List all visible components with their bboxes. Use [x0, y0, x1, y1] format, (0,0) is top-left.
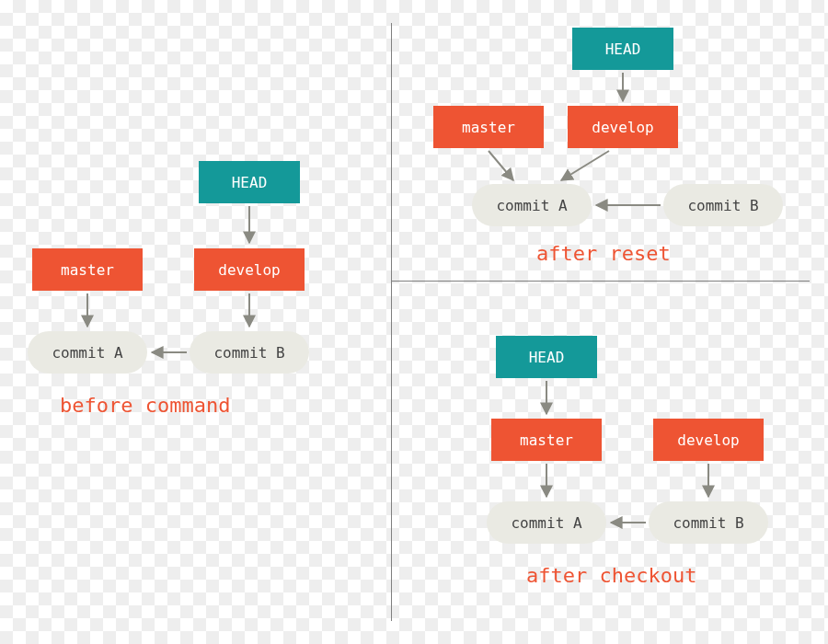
checkout-commit-a: commit A [487, 501, 606, 544]
before-commit-b-label: commit B [213, 344, 284, 362]
arrow-layer [0, 0, 828, 644]
vertical-divider [391, 23, 392, 621]
before-develop-box: develop [194, 248, 305, 291]
diagram-stage: HEAD master develop commit A commit B be… [0, 0, 828, 644]
checkout-master-label: master [520, 431, 573, 449]
reset-master-box: master [433, 106, 544, 148]
before-master-box: master [32, 248, 143, 291]
reset-head-label: HEAD [605, 40, 641, 58]
checkout-head-box: HEAD [496, 336, 597, 378]
checkout-commit-b: commit B [649, 501, 768, 544]
checkout-develop-box: develop [653, 419, 764, 461]
before-head-box: HEAD [199, 161, 300, 203]
before-commit-a: commit A [28, 331, 147, 374]
reset-commit-a: commit A [472, 184, 592, 226]
reset-commit-b: commit B [663, 184, 783, 226]
reset-master-label: master [462, 119, 515, 136]
before-commit-b: commit B [190, 331, 309, 374]
reset-arrow-master-commit-a [489, 151, 513, 180]
before-caption: before command [60, 394, 230, 417]
reset-arrow-develop-commit-a [561, 151, 609, 180]
before-master-label: master [61, 261, 114, 279]
reset-commit-b-label: commit B [687, 197, 758, 214]
reset-caption: after reset [536, 242, 671, 265]
before-head-label: HEAD [232, 174, 268, 191]
horizontal-divider [391, 281, 810, 282]
checkout-head-label: HEAD [529, 349, 565, 366]
checkout-commit-b-label: commit B [673, 514, 743, 532]
reset-head-box: HEAD [572, 28, 673, 70]
before-develop-label: develop [218, 261, 280, 279]
checkout-master-box: master [491, 419, 602, 461]
checkout-develop-label: develop [677, 431, 739, 449]
reset-develop-box: develop [568, 106, 678, 148]
checkout-caption: after checkout [526, 564, 696, 587]
reset-develop-label: develop [592, 119, 653, 136]
checkout-commit-a-label: commit A [511, 514, 581, 532]
before-commit-a-label: commit A [52, 344, 122, 362]
reset-commit-a-label: commit A [496, 197, 567, 214]
